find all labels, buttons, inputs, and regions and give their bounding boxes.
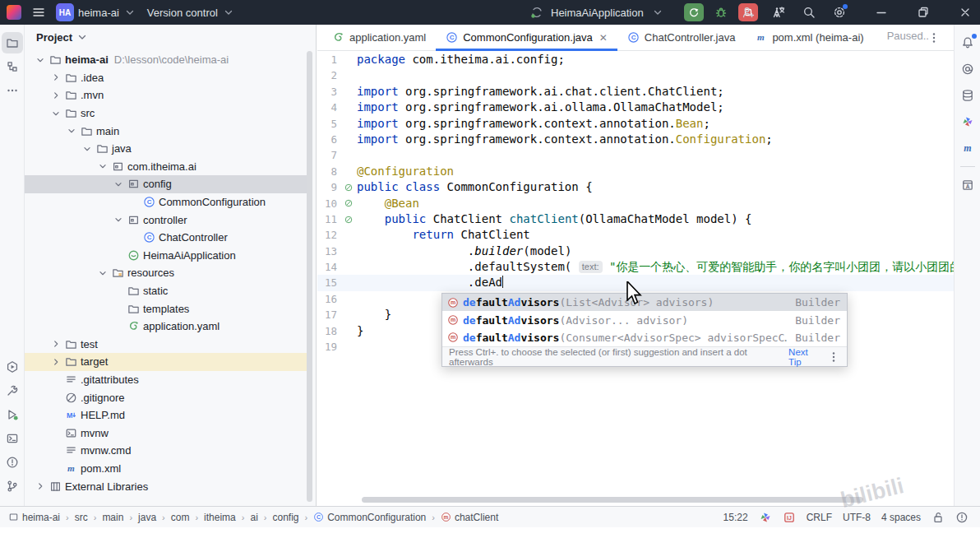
code-with-me-icon[interactable] [742,6,755,19]
tree-item-application-yaml[interactable]: application.yaml [25,318,307,336]
vcs-widget[interactable]: Version control [147,6,235,19]
tree-item-com-itheima-ai[interactable]: com.itheima.ai [25,158,307,176]
code-line-11[interactable]: 11 public ChatClient chatClient(OllamaCh… [317,211,954,227]
search-everywhere-icon[interactable] [802,6,816,19]
tree-item-mvnw-cmd[interactable]: mvnw.cmd [25,442,307,460]
popup-menu-icon[interactable] [827,350,840,364]
tree-item--gitignore[interactable]: .gitignore [25,388,307,406]
tree-item-heimaaiapplication[interactable]: HeimaAiApplication [25,247,307,265]
git-tool-icon[interactable] [2,475,23,497]
breadcrumb-heima-ai[interactable]: heima-ai [8,512,60,523]
completion-item-0[interactable]: mdefaultAdvisors(List<Advisor> advisors)… [442,294,847,311]
chevron-right-icon[interactable] [49,356,62,368]
spring-bean-gutter-icon[interactable] [340,179,357,195]
tree-item-heima-ai[interactable]: heima-aiD:\lesson\code\heima-ai [25,51,307,69]
breadcrumb-src[interactable]: src [75,512,88,523]
services-tool-icon[interactable] [2,356,23,378]
code-line-4[interactable]: 4import org.springframework.ai.ollama.Ol… [317,100,954,115]
code-line-2[interactable]: 2 [317,67,954,83]
rerun-button[interactable] [684,3,704,21]
tab-application-yaml[interactable]: application.yaml [322,25,436,50]
background-tasks-icon[interactable] [955,511,968,524]
translation-tool-icon[interactable]: A [957,174,978,196]
chevron-down-icon[interactable] [49,108,62,119]
indent-widget[interactable]: 4 spaces [881,512,921,523]
tree-item-src[interactable]: src [25,104,307,123]
tree-item--gitattributes[interactable]: .gitattributes [25,371,307,389]
code-line-6[interactable]: 6import org.springframework.context.anno… [317,132,954,147]
database-tool-icon[interactable] [957,85,978,106]
breadcrumb-ai[interactable]: ai [250,512,257,523]
tree-item-test[interactable]: test [25,336,307,354]
tree-item-static[interactable]: static [25,282,307,300]
chevron-right-icon[interactable] [33,480,47,492]
encoding-widget[interactable]: UTF-8 [843,512,871,523]
plugin-red-status-icon[interactable]: IJ [783,511,796,524]
code-line-12[interactable]: 12 return ChatClient [317,227,954,243]
problems-tool-icon[interactable] [2,452,23,473]
tree-item-templates[interactable]: templates [25,299,307,318]
code-line-1[interactable]: 1package com.itheima.ai.config; [317,52,954,67]
tab-options-icon[interactable] [927,31,941,44]
run-configuration[interactable]: HeimaAiApplication [551,7,644,19]
tree-item--idea[interactable]: .idea [25,69,307,87]
panel-title[interactable]: Project [36,31,72,44]
plugin-pinwheel-status-icon[interactable] [759,511,772,524]
tab-pom-xml-heima-ai-[interactable]: mpom.xml (heima-ai) [745,25,873,50]
maven-tool-icon[interactable]: m [957,137,978,159]
notifications-bell-icon[interactable] [957,32,978,53]
code-line-7[interactable]: 7 [317,147,954,163]
minimize-button[interactable] [875,6,888,19]
spring-bean-gutter-icon[interactable] [340,211,357,227]
build-tool-icon[interactable] [2,380,23,401]
breadcrumb-java[interactable]: java [138,512,156,523]
project-widget[interactable]: HA heima-ai [56,3,136,21]
code-line-9[interactable]: 9public class CommonConfiguration { [317,179,954,195]
chevron-down-icon[interactable] [111,179,125,190]
tab-commonconfiguration-java[interactable]: CCommonConfiguration.java✕ [436,25,617,50]
tree-item-resources[interactable]: resources [25,264,307,282]
tree-item-commonconfiguration[interactable]: CCommonConfiguration [25,193,307,211]
tree-item--mvn[interactable]: .mvn [25,86,307,104]
chevron-right-icon[interactable] [49,338,62,350]
readonly-lock-icon[interactable] [931,511,945,524]
breadcrumb-commonconfiguration[interactable]: CCommonConfiguration [313,512,426,523]
tree-item-controller[interactable]: controller [25,211,307,229]
tree-item-config[interactable]: config [25,175,307,193]
tab-chatcontroller-java[interactable]: CChatController.java [617,25,746,50]
more-tools-icon[interactable] [2,80,23,101]
close-button[interactable] [959,6,972,19]
tree-item-target[interactable]: target [25,353,307,371]
structure-tool-icon[interactable] [2,56,23,77]
chevron-down-icon[interactable] [95,160,109,172]
main-menu-icon[interactable] [32,6,45,19]
completion-item-2[interactable]: mdefaultAdvisors(Consumer<AdvisorSpec> a… [442,329,847,346]
editor-horizontal-scrollbar[interactable] [362,497,863,503]
line-ending-widget[interactable]: CRLF [807,512,832,523]
ai-assistant-icon[interactable] [957,58,978,80]
restore-button[interactable] [917,6,930,19]
code-line-10[interactable]: 10 @Bean [317,196,954,211]
code-line-5[interactable]: 5import org.springframework.context.anno… [317,116,954,132]
settings-gear-icon[interactable] [833,6,846,19]
terminal-tool-icon[interactable] [2,428,23,449]
inspections-status[interactable]: Paused.. [887,30,929,42]
completion-item-1[interactable]: mdefaultAdvisors(Advisor... advisor)Buil… [442,311,847,328]
chevron-down-icon[interactable] [33,54,47,66]
close-tab-icon[interactable]: ✕ [599,32,608,44]
chevron-down-icon[interactable] [80,143,94,155]
code-line-15[interactable]: 15 .deAd [317,275,954,290]
code-line-14[interactable]: 14 .defaultSystem( text: "你是一个热心、可爱的智能助手… [317,259,954,275]
tree-item-java[interactable]: java [25,140,307,158]
chevron-down-icon[interactable] [76,30,89,44]
chevron-down-icon[interactable] [651,6,664,19]
chevron-down-icon[interactable] [111,214,125,225]
spring-bean-gutter-icon[interactable] [340,196,357,211]
tree-item-chatcontroller[interactable]: CChatController [25,229,307,247]
breadcrumb-main[interactable]: main [102,512,123,523]
tree-item-pom-xml[interactable]: mpom.xml [25,460,307,478]
code-line-3[interactable]: 3import org.springframework.ai.chat.clie… [317,84,954,100]
next-tip-link[interactable]: Next Tip [788,347,822,367]
code-line-8[interactable]: 8@Configuration [317,164,954,179]
translate-icon[interactable] [772,6,785,19]
